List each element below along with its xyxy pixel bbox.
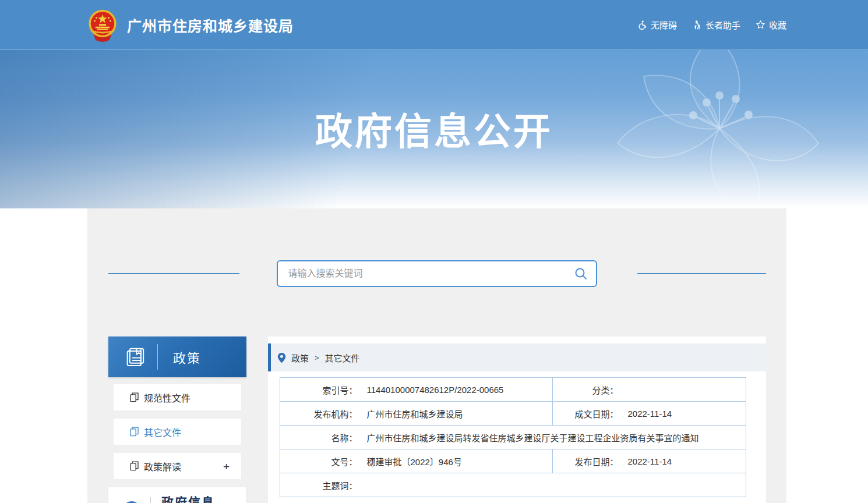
elder-assistant-link[interactable]: 长者助手 bbox=[692, 19, 740, 31]
content-row: 政策 规范性文件 其它文 bbox=[87, 336, 786, 503]
accessibility-link[interactable]: 无障碍 bbox=[637, 19, 677, 31]
page-title: 政府信息公开 bbox=[0, 50, 868, 155]
field-label: 发布日期： bbox=[553, 449, 620, 473]
field-label: 成文日期： bbox=[553, 402, 620, 426]
field-value: 广州市住房和城乡建设局 bbox=[359, 402, 553, 426]
search-box bbox=[277, 260, 597, 287]
sidebar-item-other-files[interactable]: 其它文件 bbox=[114, 419, 241, 445]
document-icon bbox=[130, 392, 139, 402]
elder-assistant-label: 长者助手 bbox=[705, 19, 740, 31]
field-value: 11440100007482612P/2022-00665 bbox=[359, 378, 553, 402]
table-row-docnumber: 文号： 穗建审批〔2022〕946号 发布日期： 2022-11-14 bbox=[280, 449, 746, 473]
star-icon bbox=[756, 20, 765, 30]
field-label: 文号： bbox=[280, 449, 359, 473]
sidebar-item-policy-interpretation[interactable]: 政策解读 + bbox=[114, 453, 241, 479]
sidebar-item-label: 政策解读 bbox=[144, 459, 181, 473]
accessibility-icon bbox=[637, 20, 647, 30]
field-label: 索引号： bbox=[280, 378, 359, 402]
header-divider bbox=[150, 497, 151, 503]
sidebar-section-govinfo-label: 政府信息公开 bbox=[161, 494, 220, 503]
breadcrumb-separator: > bbox=[315, 353, 319, 362]
right-decorative-line bbox=[637, 273, 766, 274]
field-value: 2022-11-14 bbox=[620, 402, 746, 426]
sidebar-section-policy[interactable]: 政策 bbox=[108, 336, 246, 377]
location-pin-icon bbox=[277, 352, 286, 363]
site-header: 广州市住房和城乡建设局 无障碍 长者助手 bbox=[0, 0, 868, 50]
page-root: 广州市住房和城乡建设局 无障碍 长者助手 bbox=[0, 0, 868, 503]
main-content: 政策 > 其它文件 索引号： 11440100007482612P/2022-0… bbox=[268, 336, 766, 503]
sidebar-items: 规范性文件 其它文件 政策解读 bbox=[108, 377, 246, 479]
field-label: 主题词： bbox=[280, 473, 359, 497]
left-decorative-line bbox=[108, 273, 239, 274]
document-detail-table: 索引号： 11440100007482612P/2022-00665 分类： 发… bbox=[280, 377, 746, 497]
search-row bbox=[87, 260, 786, 287]
national-emblem-logo bbox=[86, 8, 119, 42]
sidebar-item-normative-files[interactable]: 规范性文件 bbox=[114, 384, 241, 410]
sidebar-section-govinfo[interactable]: 政府信息公开 bbox=[108, 487, 246, 503]
field-value bbox=[359, 473, 746, 497]
favorite-link[interactable]: 收藏 bbox=[756, 19, 786, 31]
field-value: 2022-11-14 bbox=[620, 449, 746, 473]
accessibility-label: 无障碍 bbox=[651, 19, 677, 31]
table-row-title: 名称： 广州市住房和城乡建设局转发省住房城乡建设厅关于建设工程企业资质有关事宜的… bbox=[280, 426, 746, 449]
document-icon bbox=[130, 461, 139, 471]
field-label: 分类： bbox=[553, 378, 620, 402]
breadcrumb-policy[interactable]: 政策 bbox=[291, 352, 309, 364]
field-value: 穗建审批〔2022〕946号 bbox=[359, 449, 553, 473]
sidebar-item-label: 其它文件 bbox=[144, 425, 181, 439]
sidebar-section-policy-label: 政策 bbox=[173, 348, 201, 366]
table-row-keywords: 主题词： bbox=[280, 473, 746, 497]
expand-plus-icon[interactable]: + bbox=[223, 461, 230, 472]
sidebar: 政策 规范性文件 其它文 bbox=[108, 336, 246, 503]
field-label: 名称： bbox=[280, 426, 359, 449]
field-label: 发布机构： bbox=[280, 402, 359, 426]
site-title: 广州市住房和城乡建设局 bbox=[127, 15, 294, 36]
content-panel: 政策 规范性文件 其它文 bbox=[87, 208, 786, 503]
favorite-label: 收藏 bbox=[769, 19, 786, 31]
breadcrumb: 政策 > 其它文件 bbox=[268, 343, 766, 371]
field-value bbox=[620, 378, 746, 402]
elder-assistant-icon bbox=[692, 20, 702, 30]
document-icon bbox=[130, 427, 139, 437]
header-divider bbox=[157, 344, 158, 370]
topbar-utilities: 无障碍 长者助手 收藏 bbox=[637, 19, 786, 31]
field-value: 广州市住房和城乡建设局转发省住房城乡建设厅关于建设工程企业资质有关事宜的通知 bbox=[359, 426, 746, 449]
table-row-index: 索引号： 11440100007482612P/2022-00665 分类： bbox=[280, 378, 746, 402]
search-icon bbox=[574, 267, 588, 281]
site-brand[interactable]: 广州市住房和城乡建设局 bbox=[86, 8, 294, 42]
search-button[interactable] bbox=[574, 267, 596, 281]
banner: 政府信息公开 bbox=[0, 50, 868, 208]
book-icon bbox=[124, 345, 147, 369]
breadcrumb-other-files[interactable]: 其它文件 bbox=[325, 352, 360, 364]
table-row-agency: 发布机构： 广州市住房和城乡建设局 成文日期： 2022-11-14 bbox=[280, 402, 746, 426]
search-input[interactable] bbox=[278, 268, 574, 279]
sidebar-item-label: 规范性文件 bbox=[144, 391, 190, 405]
